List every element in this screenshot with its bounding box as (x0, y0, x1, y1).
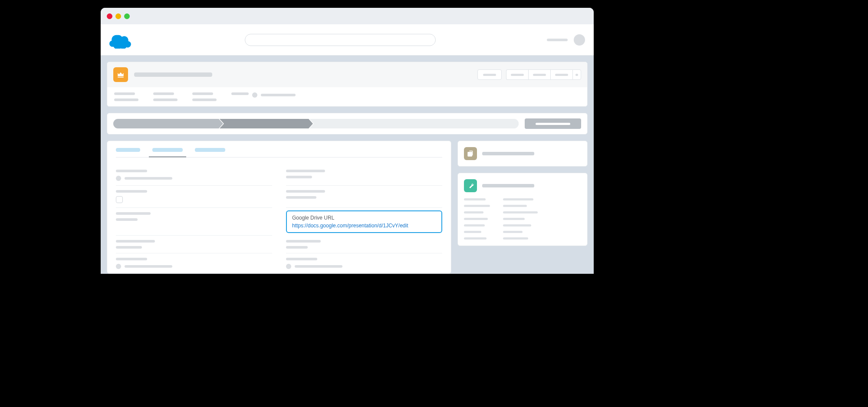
global-search-wrap (142, 34, 538, 46)
path-action-button[interactable] (525, 118, 581, 129)
crown-icon (117, 71, 125, 79)
global-search-input[interactable] (245, 34, 436, 46)
detail-field (116, 165, 272, 186)
record-action-button[interactable] (506, 69, 528, 80)
app-header (101, 24, 594, 56)
record-action-button[interactable] (550, 69, 572, 80)
summary-field (153, 92, 178, 101)
tools-panel (457, 173, 588, 246)
page-body: Google Drive URL https://docs.google.com… (101, 56, 594, 274)
tools-col (464, 198, 490, 240)
field-value-link[interactable]: https://docs.google.com/presentation/d/1… (292, 223, 436, 229)
panel-title-placeholder (482, 184, 534, 187)
detail-field (286, 165, 442, 186)
record-header-top (107, 62, 587, 87)
field-label: Google Drive URL (292, 215, 436, 221)
detail-fields: Google Drive URL https://docs.google.com… (116, 158, 442, 273)
window-titlebar (101, 8, 594, 24)
record-action-button[interactable] (528, 69, 550, 80)
detail-field-checkbox (116, 186, 272, 208)
owner-avatar-placeholder (252, 92, 257, 98)
sales-path (113, 119, 519, 128)
header-link-placeholder[interactable] (547, 39, 568, 41)
tools-panel-body (464, 192, 581, 240)
record-action-button[interactable] (477, 69, 502, 80)
detail-tab-active[interactable] (152, 148, 183, 157)
detail-field (286, 236, 442, 253)
record-object-icon (113, 67, 128, 82)
detail-field (116, 236, 272, 253)
window-zoom-icon[interactable] (124, 13, 130, 19)
sales-path-card (107, 113, 588, 135)
detail-field (286, 253, 442, 273)
window-minimize-icon[interactable] (115, 13, 121, 19)
tools-col (503, 198, 538, 240)
detail-tab[interactable] (195, 148, 225, 157)
summary-field-owner (231, 92, 296, 101)
right-rail (457, 141, 588, 274)
summary-field (192, 92, 217, 101)
header-utilities (547, 34, 585, 46)
salesforce-cloud-icon (109, 31, 134, 49)
detail-tabs (116, 148, 442, 158)
window-close-icon[interactable] (107, 13, 112, 19)
detail-field (116, 208, 272, 236)
record-header-card (107, 62, 588, 107)
path-stage-complete[interactable] (113, 119, 219, 128)
lower-columns: Google Drive URL https://docs.google.com… (107, 141, 588, 274)
record-title-placeholder (134, 72, 212, 77)
record-summary-fields (107, 87, 587, 106)
record-actions (477, 69, 581, 80)
record-action-group (506, 69, 581, 80)
checkbox-input[interactable] (116, 196, 123, 203)
files-panel (457, 141, 588, 167)
google-drive-url-field[interactable]: Google Drive URL https://docs.google.com… (286, 210, 442, 233)
path-stage-current[interactable] (220, 119, 309, 128)
wrench-icon (464, 179, 477, 192)
detail-field (286, 186, 442, 208)
detail-tab[interactable] (116, 148, 140, 157)
browser-window: Google Drive URL https://docs.google.com… (101, 8, 594, 274)
avatar[interactable] (574, 34, 585, 46)
summary-field (114, 92, 138, 101)
detail-card: Google Drive URL https://docs.google.com… (107, 141, 451, 274)
path-stage-upcoming[interactable] (309, 119, 519, 128)
panel-title-placeholder (482, 152, 534, 155)
files-icon (464, 147, 477, 160)
record-action-more-button[interactable] (572, 69, 581, 80)
detail-field (116, 253, 272, 273)
